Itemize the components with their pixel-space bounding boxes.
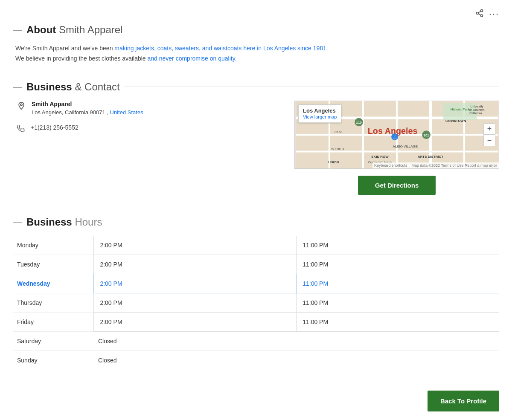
svg-text:ARTS DISTRICT: ARTS DISTRICT	[418, 155, 443, 159]
business-contact-header: — Business & Contact	[13, 81, 499, 93]
view-larger-map-link[interactable]: View larger map	[303, 114, 337, 119]
business-dash: —	[13, 81, 22, 93]
hours-row: Sunday Closed	[13, 351, 499, 370]
about-title: About Smith Apparel	[26, 24, 122, 36]
open-time-cell: 2:00 PM	[94, 313, 297, 332]
open-time-cell: 2:00 PM	[94, 274, 297, 293]
close-time-cell: 11:00 PM	[297, 313, 499, 332]
day-cell: Friday	[13, 313, 94, 332]
svg-line-3	[478, 14, 481, 15]
hours-row: Wednesday 2:00 PM 11:00 PM	[13, 274, 499, 293]
close-time-cell: 11:00 PM	[297, 274, 499, 293]
svg-text:of Southern: of Southern	[469, 108, 485, 111]
business-phone: +1(213) 256-5552	[31, 124, 79, 131]
hours-header: — Business Hours	[13, 216, 499, 228]
business-content: Smith Apparel Los Angeles, California 90…	[13, 101, 499, 195]
day-cell: Sunday	[13, 351, 94, 370]
share-icon[interactable]	[475, 9, 484, 20]
map-popup: Los Angeles View larger map	[298, 104, 341, 123]
more-options-icon[interactable]: ···	[489, 9, 499, 20]
hours-row: Tuesday 2:00 PM 11:00 PM	[13, 255, 499, 274]
map-zoom-controls: + −	[483, 123, 495, 146]
svg-text:SKID ROW: SKID ROW	[371, 155, 389, 159]
zoom-in-button[interactable]: +	[484, 124, 495, 135]
business-contact-section: — Business & Contact	[13, 81, 499, 195]
day-cell: Tuesday	[13, 255, 94, 274]
about-header-line	[127, 30, 499, 30]
hours-row: Thursday 2:00 PM 11:00 PM	[13, 293, 499, 313]
back-to-profile-button[interactable]: Back To Profile	[428, 391, 499, 411]
business-name: Smith Apparel	[32, 101, 143, 107]
svg-text:CHINATOWN: CHINATOWN	[445, 119, 466, 123]
svg-text:Historic Park: Historic Park	[451, 107, 470, 111]
svg-text:University: University	[470, 104, 483, 108]
map-popup-title: Los Angeles	[303, 107, 337, 114]
svg-text:7th St: 7th St	[334, 130, 342, 133]
open-time-cell: 2:00 PM	[94, 293, 297, 313]
map-attribution: Keyboard shortcuts Map data ©2022 Terms …	[372, 162, 499, 168]
svg-text:101: 101	[424, 133, 430, 137]
location-icon	[17, 101, 26, 112]
day-cell: Saturday	[13, 332, 94, 351]
closed-cell: Closed	[94, 332, 499, 351]
phone-info: +1(213) 256-5552	[31, 124, 79, 131]
map-area: 110 101 Historic Park CHINATOWN SKID ROW…	[294, 101, 499, 195]
hours-dash: —	[13, 217, 22, 228]
back-to-profile-wrapper: Back To Profile	[415, 382, 512, 420]
hours-title: Business Hours	[26, 216, 102, 228]
location-row: Smith Apparel Los Angeles, California 90…	[17, 101, 282, 116]
svg-text:Los Angeles: Los Angeles	[368, 126, 418, 136]
hours-row: Monday 2:00 PM 11:00 PM	[13, 236, 499, 255]
close-time-cell: 11:00 PM	[297, 255, 499, 274]
page-wrapper: ··· — About Smith Apparel We're Smith Ap…	[0, 0, 512, 420]
about-section: — About Smith Apparel We're Smith Appare…	[13, 24, 499, 64]
day-cell: Wednesday	[13, 274, 94, 293]
business-contact-header-line	[124, 87, 499, 87]
close-time-cell: 11:00 PM	[297, 293, 499, 313]
svg-text:⚓: ⚓	[393, 134, 398, 139]
business-info: Smith Apparel Los Angeles, California 90…	[13, 101, 282, 143]
hours-section: — Business Hours Monday 2:00 PM 11:00 PM…	[13, 216, 499, 371]
phone-row: +1(213) 256-5552	[17, 124, 282, 135]
open-time-cell: 2:00 PM	[94, 255, 297, 274]
about-dash: —	[13, 24, 22, 35]
phone-icon	[17, 125, 25, 135]
about-header: — About Smith Apparel	[13, 24, 499, 36]
hours-row: Saturday Closed	[13, 332, 499, 351]
svg-point-5	[20, 104, 22, 105]
svg-text:110: 110	[356, 121, 362, 125]
hours-table: Monday 2:00 PM 11:00 PM Tuesday 2:00 PM …	[13, 236, 499, 371]
close-time-cell: 11:00 PM	[297, 236, 499, 255]
get-directions-button[interactable]: Get Directions	[358, 176, 436, 195]
business-address: Los Angeles, California 90071 , United S…	[32, 109, 143, 116]
day-cell: Thursday	[13, 293, 94, 313]
top-toolbar: ···	[13, 9, 499, 20]
svg-text:W 11th St: W 11th St	[332, 147, 344, 150]
closed-cell: Closed	[94, 351, 499, 370]
svg-text:UNION: UNION	[328, 160, 339, 164]
zoom-out-button[interactable]: −	[484, 135, 495, 146]
about-description: We're Smith Apparel and we've been makin…	[15, 43, 499, 64]
map-container: 110 101 Historic Park CHINATOWN SKID ROW…	[294, 101, 499, 169]
hours-header-line	[106, 222, 499, 222]
day-cell: Monday	[13, 236, 94, 255]
business-contact-title: Business & Contact	[26, 81, 120, 93]
svg-text:California...: California...	[469, 111, 484, 114]
svg-text:ALISO VILLAGE: ALISO VILLAGE	[393, 144, 418, 148]
get-directions-wrapper: Get Directions	[294, 176, 499, 195]
svg-line-4	[478, 11, 481, 12]
hours-row: Friday 2:00 PM 11:00 PM	[13, 313, 499, 332]
open-time-cell: 2:00 PM	[94, 236, 297, 255]
address-info: Smith Apparel Los Angeles, California 90…	[32, 101, 143, 116]
